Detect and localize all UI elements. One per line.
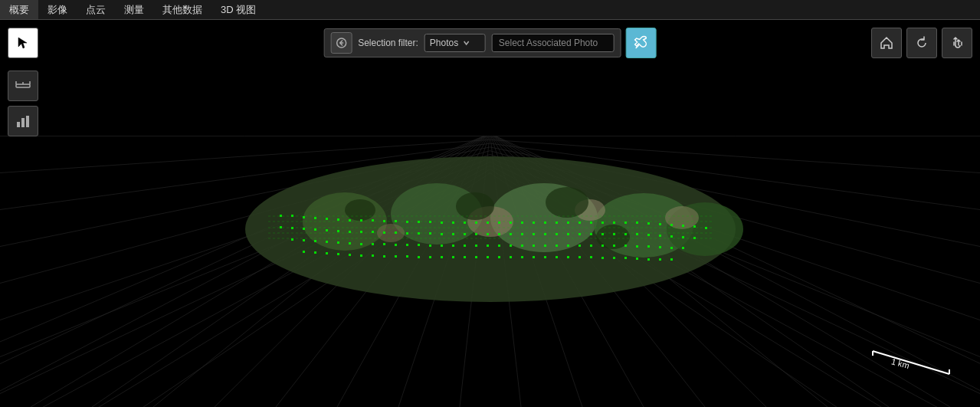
svg-rect-142 xyxy=(441,256,443,258)
measure-button[interactable] xyxy=(8,71,38,101)
3d-scene[interactable]: Selection filter: Photos Select Associat… xyxy=(0,20,980,407)
svg-rect-129 xyxy=(682,247,684,249)
svg-rect-155 xyxy=(590,256,592,258)
svg-rect-37 xyxy=(475,222,477,224)
svg-rect-100 xyxy=(349,242,351,245)
tools-button[interactable] xyxy=(626,28,657,58)
svg-rect-77 xyxy=(498,233,500,235)
svg-rect-138 xyxy=(395,255,397,258)
svg-rect-104 xyxy=(395,244,397,246)
svg-rect-159 xyxy=(636,258,638,260)
svg-rect-144 xyxy=(464,256,466,258)
back-button[interactable] xyxy=(330,32,352,54)
svg-rect-130 xyxy=(303,251,305,253)
svg-rect-108 xyxy=(441,245,443,247)
svg-rect-112 xyxy=(487,245,489,247)
svg-rect-30 xyxy=(395,220,397,222)
svg-rect-136 xyxy=(372,254,374,257)
svg-rect-29 xyxy=(383,220,385,222)
svg-rect-114 xyxy=(510,245,512,247)
svg-rect-125 xyxy=(636,245,638,248)
svg-rect-122 xyxy=(601,245,604,247)
svg-rect-123 xyxy=(613,245,615,247)
3d-model xyxy=(222,145,759,298)
left-toolbar xyxy=(8,28,38,136)
svg-rect-36 xyxy=(464,222,466,224)
svg-rect-40 xyxy=(510,222,512,224)
refresh-button[interactable] xyxy=(906,28,937,58)
svg-rect-133 xyxy=(337,253,339,255)
menu-item-image[interactable]: 影像 xyxy=(38,0,77,19)
svg-rect-55 xyxy=(682,225,684,227)
svg-rect-73 xyxy=(452,233,454,235)
svg-rect-58 xyxy=(280,226,282,228)
svg-rect-72 xyxy=(441,233,443,235)
menu-item-measure[interactable]: 测量 xyxy=(115,0,153,19)
svg-rect-27 xyxy=(360,219,362,222)
svg-rect-103 xyxy=(383,243,385,245)
svg-rect-113 xyxy=(498,245,500,247)
svg-rect-34 xyxy=(441,222,443,224)
svg-rect-118 xyxy=(556,245,558,247)
svg-rect-162 xyxy=(670,258,673,261)
svg-rect-110 xyxy=(464,245,466,247)
svg-rect-86 xyxy=(601,233,604,235)
svg-rect-128 xyxy=(670,247,673,249)
svg-rect-39 xyxy=(498,222,500,224)
pan-button[interactable] xyxy=(942,28,972,58)
svg-rect-120 xyxy=(578,245,581,247)
svg-rect-147 xyxy=(498,256,500,258)
svg-rect-107 xyxy=(429,245,431,247)
svg-rect-76 xyxy=(487,233,489,235)
menu-item-overview[interactable]: 概要 xyxy=(0,0,38,19)
right-toolbar xyxy=(871,28,972,58)
svg-rect-140 xyxy=(418,256,420,258)
menu-item-pointcloud[interactable]: 点云 xyxy=(77,0,115,19)
svg-rect-111 xyxy=(475,245,477,247)
svg-rect-84 xyxy=(578,233,581,235)
svg-rect-141 xyxy=(429,256,431,258)
svg-rect-94 xyxy=(693,237,696,239)
svg-rect-156 xyxy=(601,257,604,259)
svg-rect-153 xyxy=(567,256,569,258)
svg-rect-33 xyxy=(429,221,431,223)
svg-rect-150 xyxy=(533,256,535,258)
svg-rect-101 xyxy=(360,243,362,245)
svg-rect-119 xyxy=(567,245,569,247)
stats-button[interactable] xyxy=(8,106,38,136)
home-button[interactable] xyxy=(871,28,902,58)
svg-rect-49 xyxy=(613,222,615,224)
photo-input[interactable]: Select Associated Photo xyxy=(492,34,615,52)
svg-rect-46 xyxy=(578,222,581,224)
svg-rect-70 xyxy=(418,232,420,235)
svg-rect-152 xyxy=(556,256,558,258)
svg-rect-151 xyxy=(544,256,546,258)
menu-item-otherdata[interactable]: 其他数据 xyxy=(153,0,211,19)
svg-rect-68 xyxy=(395,231,397,234)
svg-text:1 km: 1 km xyxy=(890,356,910,370)
menu-bar: 概要 影像 点云 测量 其他数据 3D 视图 xyxy=(0,0,980,20)
svg-rect-154 xyxy=(578,256,581,258)
svg-rect-82 xyxy=(556,233,558,235)
svg-rect-83 xyxy=(567,233,569,235)
svg-rect-139 xyxy=(406,255,408,258)
svg-rect-22 xyxy=(303,216,305,218)
filter-select[interactable]: Photos xyxy=(424,34,486,52)
svg-point-9 xyxy=(377,224,405,242)
menu-item-3dview[interactable]: 3D 视图 xyxy=(211,0,265,19)
svg-rect-168 xyxy=(21,118,25,127)
svg-rect-131 xyxy=(314,251,316,254)
svg-rect-116 xyxy=(533,245,535,247)
svg-rect-95 xyxy=(291,238,293,241)
select-button[interactable] xyxy=(8,28,38,58)
svg-rect-54 xyxy=(670,224,673,226)
svg-rect-78 xyxy=(510,233,512,235)
svg-rect-61 xyxy=(314,228,316,231)
svg-rect-47 xyxy=(590,222,592,224)
svg-rect-44 xyxy=(556,222,558,224)
svg-rect-106 xyxy=(418,244,420,246)
svg-rect-145 xyxy=(475,256,477,258)
svg-rect-23 xyxy=(314,217,316,219)
svg-rect-60 xyxy=(303,228,305,230)
svg-rect-41 xyxy=(521,222,523,224)
